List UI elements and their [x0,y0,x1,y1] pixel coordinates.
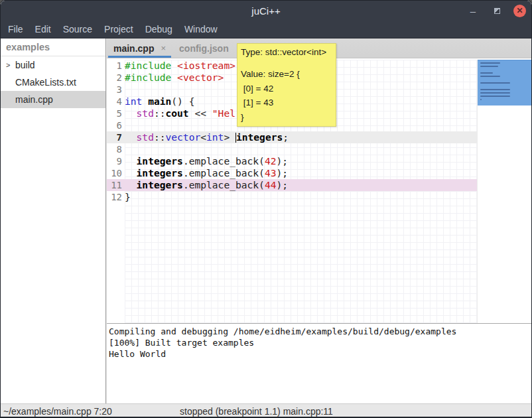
status-debug-state: stopped (breakpoint 1.1) main.cpp:11 [180,406,333,417]
minimap-code-line [480,89,510,90]
minimap[interactable] [477,60,531,323]
tooltip-type-line: Type: std::vector<int> [241,46,332,58]
menu-project[interactable]: Project [98,21,139,37]
code-token: 42 [265,155,277,167]
line-number[interactable]: 7 [107,131,125,143]
code-token: .emplace_back( [183,167,265,178]
tab-main-cpp[interactable]: main.cpp× [107,38,172,58]
file-tree-panel: examples >buildCMakeLists.txtmain.cpp [1,38,105,403]
code-token: > [224,131,235,143]
close-icon: ✕ [516,6,523,15]
output-line: Compiling and debugging /home/eidheim/ex… [109,326,531,337]
tab-label: config.json [179,43,229,54]
status-file-position: ~/examples/main.cpp 7:20 [3,406,112,417]
code-token: std [137,107,154,119]
menu-debug[interactable]: Debug [139,21,178,37]
sidebar-item-cmakelists-txt[interactable]: CMakeLists.txt [1,74,105,91]
code-token: integers [137,179,183,190]
menubar: FileEditSourceProjectDebugWindow [1,21,531,38]
tab-label: main.cpp [113,43,154,54]
output-line: [100%] Built target examples [109,337,531,348]
minimap-code-line [480,92,510,94]
code-token: int [206,131,224,143]
code-token: cout [166,107,189,119]
minimap-code-line [480,66,498,67]
code-line[interactable]: } [125,191,477,203]
minimap-code-line [480,82,510,84]
line-number[interactable]: 6 [107,119,125,131]
line-number[interactable]: 9 [107,155,125,167]
code-token: vector [166,131,201,143]
restore-button[interactable] [490,3,504,18]
code-token [125,167,137,178]
sidebar-item-main-cpp[interactable]: main.cpp [1,91,105,108]
line-number[interactable]: 12 [107,191,125,203]
code-token: ; [283,131,289,143]
minimize-button[interactable]: – [466,3,480,18]
code-token: 43 [265,167,277,178]
tooltip-value-line: } [241,110,332,125]
line-number[interactable]: 8 [107,143,125,155]
code-line[interactable]: integers.emplace_back(43); [125,167,477,179]
menu-window[interactable]: Window [178,21,224,37]
code-line[interactable]: integers.emplace_back(42); [125,155,477,167]
line-number[interactable]: 5 [107,107,125,119]
restore-icon [494,8,500,14]
line-number[interactable]: 4 [107,96,125,107]
tooltip-value-line: Value: size=2 { [241,67,332,82]
code-token [125,179,137,190]
expander-icon[interactable]: > [6,61,15,69]
code-line[interactable]: std::vector<int> integers; [125,131,477,143]
code-token: <iostream> [177,60,235,71]
file-tree: >buildCMakeLists.txtmain.cpp [1,56,105,108]
menu-file[interactable]: File [2,21,29,37]
tab-config-json[interactable]: config.json [172,38,235,58]
code-token: () { [171,96,194,107]
code-token [125,131,137,143]
minimize-icon: – [470,5,476,17]
code-token [125,155,137,167]
debug-value-tooltip: Type: std::vector<int> Value: size=2 { [… [237,43,336,127]
code-token: std [137,131,154,143]
menu-source[interactable]: Source [57,21,98,37]
line-number[interactable]: 11 [107,179,125,191]
code-token [125,107,137,119]
code-token: integers [137,155,183,167]
code-token: <vector> [177,72,224,83]
sidebar-item-build[interactable]: >build [1,56,105,74]
close-button[interactable]: ✕ [513,5,526,17]
code-token: integers [137,167,183,178]
titlebar[interactable]: juCi++ – ✕ [1,1,531,21]
status-bar: ~/examples/main.cpp 7:20 stopped (breakp… [1,403,531,418]
output-panel[interactable]: Compiling and debugging /home/eidheim/ex… [107,324,531,403]
code-token: 44 [265,179,277,190]
line-number[interactable]: 10 [107,167,125,179]
output-line: Hello World [109,348,531,360]
code-line[interactable]: integers.emplace_back(44); [125,179,477,191]
code-line[interactable] [125,143,477,155]
code-token: << [189,107,212,119]
code-token: .emplace_back( [183,155,265,167]
minimap-code-line [480,76,500,77]
code-token: int [125,96,142,107]
code-token: #include [125,60,171,71]
code-token [171,72,177,83]
minimap-viewport[interactable] [478,60,531,105]
code-token: "Hel [212,107,235,119]
code-token [142,96,148,107]
line-number[interactable]: 2 [107,72,125,84]
code-token [171,60,177,71]
code-token: main [148,96,171,107]
code-token: integers [236,131,283,143]
line-number[interactable]: 1 [107,60,125,72]
line-number[interactable]: 3 [107,84,125,96]
tab-close-icon[interactable]: × [161,44,166,52]
minimap-code-line [480,96,510,97]
tooltip-value-line: [0] = 42 [241,82,332,96]
code-token: ); [276,155,288,167]
code-token: ); [276,179,288,190]
code-token: .emplace_back( [183,179,265,190]
line-number-gutter[interactable]: 123456789101112 [107,60,125,323]
menu-edit[interactable]: Edit [29,21,57,37]
code-token: :: [154,131,166,143]
